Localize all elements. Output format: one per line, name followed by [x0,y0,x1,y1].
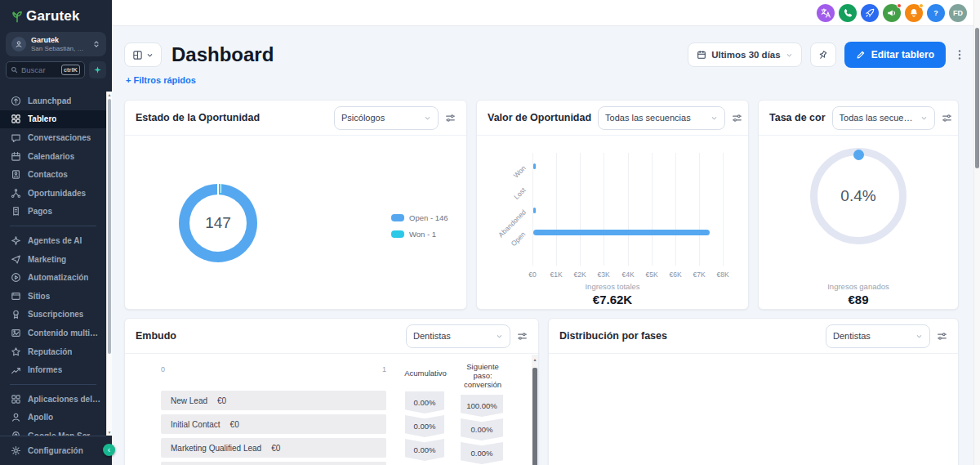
avatar[interactable]: FD [949,4,967,22]
sidebar: Garutek Garutek San Sebastián, Gipuz... … [0,0,112,465]
megaphone-icon[interactable] [883,4,901,22]
scale-min: 0 [161,365,165,373]
page-scrollbar[interactable] [973,0,980,465]
funnel-stage-new-lead[interactable]: New Lead€0 [161,391,386,410]
acumulativo-badge: 0.00% [405,415,444,437]
sidebar-item-calendarios[interactable]: Calendarios [0,147,106,166]
funnel-scrollbar[interactable]: ▲ [532,355,538,465]
scroll-up-arrow-icon[interactable]: ▲ [107,92,112,98]
app-root: Garutek Garutek San Sebastián, Gipuz... … [0,0,980,465]
subscriptions-icon [11,309,21,320]
sidebar-item-launchpad[interactable]: Launchpad [0,92,106,110]
ai-spark-button[interactable] [89,61,106,78]
sidebar-item-pagos[interactable]: Pagos [0,203,106,221]
gridline [628,153,629,266]
bar-chart-category-labels: WonLostAbandonedOpen [477,153,529,266]
bar-chart-plot[interactable] [532,153,723,266]
sidebar-scrollbar-thumb[interactable] [108,99,111,354]
bar-open[interactable] [533,230,710,235]
stage-name: New Lead [171,396,207,405]
tasa-filter-select[interactable]: Todas las secuencias [832,106,935,130]
donut-chart-area: 147 Open - 146 Won - 1 [125,136,466,309]
card-title: Embudo [136,330,176,342]
sidebar-item-label: Conversaciones [28,133,91,142]
funnel-scrollbar-thumb[interactable] [532,368,537,465]
notifications-icon[interactable] [905,4,923,22]
legend-item-open[interactable]: Open - 146 [391,213,448,222]
sliders-filter-icon[interactable] [937,331,947,342]
sidebar-item-oportunidades[interactable]: Oportunidades [0,184,106,203]
translate-icon[interactable] [817,4,835,22]
chart-footer: Ingresos totales €7.62K [477,282,748,306]
page-scrollbar-thumb[interactable] [975,28,979,168]
sliders-filter-icon[interactable] [942,113,952,123]
sidebar-item-label: Marketing [28,255,66,264]
funnel-stage-marketing-qualified-lead[interactable]: Marketing Qualified Lead€0 [161,438,386,458]
sidebar-scrollbar[interactable]: ▲ ▼ [106,92,112,436]
sidebar-item-informes[interactable]: Informes [0,360,106,379]
y-axis-category: Lost [512,186,527,200]
fases-filter-select[interactable]: Dentistas [826,324,930,348]
sidebar-item-reputaci-n[interactable]: Reputación [0,342,106,361]
main-area: ?FD Dashboard Ul [112,0,980,465]
embudo-filter-select[interactable]: Dentistas [406,324,510,348]
sidebar-item-suscripciones[interactable]: Suscripciones [0,306,106,324]
valor-filter-select[interactable]: Todas las secuencias [598,106,725,130]
quick-filters-link[interactable]: + Filtros rápidos [126,75,196,85]
sidebar-item-apollo[interactable]: Apollo [0,409,106,427]
pin-icon [816,47,831,62]
sidebar-item-tablero[interactable]: Tablero [0,110,106,129]
sidebar-item-google-map-scraper[interactable]: Google Map Scraper [0,427,106,436]
search-input[interactable]: Buscar ctrlK [6,61,85,78]
card-header: Estado de la Oportunidad Psicólogos [125,101,466,136]
legend-item-won[interactable]: Won - 1 [391,230,448,239]
sidebar-item-sitios[interactable]: Sitios [0,287,106,306]
x-axis-tick: €1K [550,271,562,279]
siguiente-badge: 100.00% [461,395,503,417]
gauge-ring[interactable]: 0.4% [810,148,906,244]
content: Dashboard Ultimos 30 días [112,26,980,465]
pin-dashboard-button[interactable] [810,42,836,67]
bar-abandoned[interactable] [533,208,536,213]
more-options-icon[interactable] [954,48,965,61]
bar-won[interactable] [533,163,536,169]
brand-logo: Garutek [0,0,112,30]
estado-filter-select[interactable]: Psicólogos [334,106,439,130]
legend-swatch [391,230,404,238]
scroll-down-arrow-icon[interactable]: ▼ [107,429,112,436]
funnel-stage-initial-contact[interactable]: Initial Contact€0 [161,414,386,434]
funnel-stage-clipped[interactable] [161,462,386,465]
sidebar-item-label: Suscripciones [28,310,83,319]
automation-icon [11,272,21,283]
date-range-select[interactable]: Ultimos 30 días [688,42,801,67]
account-texts: Garutek San Sebastián, Gipuz... [31,36,87,52]
scroll-up-arrow-icon[interactable]: ▲ [532,356,538,363]
donut-chart[interactable]: 147 [179,184,257,262]
sidebar-item-contactos[interactable]: Contactos [0,165,106,184]
gauge-marker [853,150,864,160]
sidebar-item-conversaciones[interactable]: Conversaciones [0,128,106,147]
card-title: Valor de Oportunidad [488,112,591,123]
opportunities-icon [11,188,21,199]
phone-icon[interactable] [839,4,857,22]
plane-icon [11,254,21,265]
rocket-icon[interactable] [861,4,879,22]
sidebar-item-automatizaci-n[interactable]: Automatización [0,268,106,287]
sidebar-item-contenido-multimedia[interactable]: Contenido multimedia... [0,324,106,342]
calendar-icon [11,151,21,162]
sidebar-item-configuracion[interactable]: Configuración [0,441,106,460]
sliders-filter-icon[interactable] [517,331,528,342]
account-switcher[interactable]: Garutek San Sebastián, Gipuz... [6,32,106,56]
sites-icon [11,291,21,302]
sidebar-item-label: Contenido multimedia... [28,329,101,338]
x-axis-tick: €5K [645,271,657,279]
sidebar-item-aplicaciones-del-merc[interactable]: Aplicaciones del merc... [0,390,106,409]
sidebar-item-marketing[interactable]: Marketing [0,250,106,269]
edit-dashboard-button[interactable]: Editar tablero [844,42,946,68]
sidebar-collapse-button[interactable]: ‹ [103,444,115,456]
sliders-filter-icon[interactable] [732,113,742,123]
sliders-filter-icon[interactable] [445,113,456,123]
help-icon[interactable]: ? [927,4,945,22]
sidebar-item-agentes-de-ai[interactable]: Agentes de AI [0,231,106,250]
dashboard-view-switcher[interactable] [124,42,162,67]
